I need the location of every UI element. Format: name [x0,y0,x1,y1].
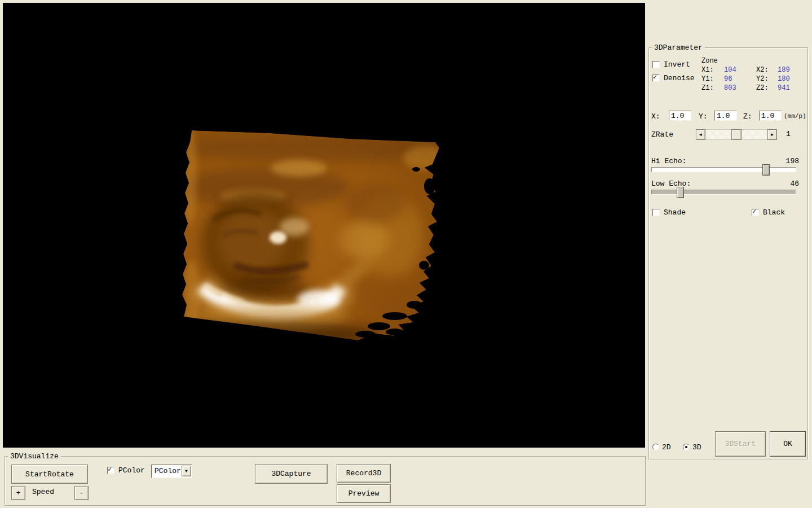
scale-z-input[interactable] [759,111,782,121]
zone-z1-label: Z1: [701,84,714,92]
zone-y1-value: 96 [724,75,732,83]
mode-2d-label: 2D [662,443,671,452]
zone-y2-value: 180 [778,75,790,83]
pcolor-label: PColor [118,466,145,475]
3dcapture-button[interactable]: 3DCapture [255,464,328,484]
zone-x2-value: 189 [778,66,790,74]
low-echo-label: Low Echo: [651,179,691,188]
mode-3d-label: 3D [692,443,701,452]
scale-y-label: Y: [699,112,708,121]
low-echo-slider-thumb[interactable] [677,187,684,198]
zone-z2-label: Z2: [756,84,769,92]
shade-label: Shade [664,208,686,217]
radio-dot [685,446,687,448]
start-rotate-button[interactable]: StartRotate [11,465,88,484]
ok-button[interactable]: OK [770,431,806,457]
record3d-button[interactable]: Record3D [337,464,391,483]
hi-echo-label: Hi Echo: [651,157,686,165]
arrow-left-icon: ◄ [699,133,702,137]
black-label: Black [763,208,785,217]
zone-title: Zone [701,57,718,65]
check-icon: ✓ [653,73,657,81]
render-viewport[interactable] [3,3,645,448]
zrate-scroll-thumb[interactable] [731,129,742,140]
scale-x-label: X: [651,112,660,121]
zone-y2-label: Y2: [756,75,769,83]
hi-echo-slider-track[interactable] [651,167,796,172]
preview-button[interactable]: Preview [337,484,391,503]
scale-unit-label: (mm/p) [784,112,806,121]
invert-checkbox[interactable] [652,61,660,68]
scale-y-input[interactable] [714,111,737,121]
parameter-groupbox-title: 3DParameter [652,43,705,52]
check-icon: ✓ [752,208,756,216]
zone-z2-value: 941 [778,84,790,92]
denoise-label: Denoise [664,74,695,82]
invert-label: Invert [664,60,690,69]
hi-echo-slider-thumb[interactable] [762,164,770,176]
low-echo-value: 46 [781,179,799,188]
black-checkbox[interactable]: ✓ [752,209,759,216]
chevron-down-icon: ▼ [185,469,188,474]
parameter-groupbox: 3DParameter [648,47,808,459]
speed-minus-button[interactable]: - [74,486,89,500]
zrate-scroll-right-button[interactable]: ► [767,129,777,140]
zrate-scroll-left-button[interactable]: ◄ [696,129,705,140]
zone-z1-value: 803 [724,84,736,92]
zrate-value: 1 [786,130,791,138]
low-echo-slider-track[interactable] [651,190,796,195]
hi-echo-value: 198 [781,157,799,165]
scale-x-input[interactable] [669,111,691,121]
mode-2d-radio[interactable] [652,444,659,450]
visualize-groupbox-title: 3DVisualize [8,452,61,461]
shade-checkbox[interactable] [652,209,660,216]
zrate-label: ZRate [651,130,673,139]
speed-label: Speed [32,488,54,496]
zone-x1-value: 104 [724,66,736,74]
zrate-scrollbar: ◄ ► [696,129,777,140]
ultrasound-volume-render [3,3,645,448]
pcolor-dropdown[interactable]: PColor ▼ [151,465,192,478]
pcolor-dropdown-button[interactable]: ▼ [182,466,191,476]
arrow-right-icon: ► [771,133,774,137]
mode-3d-radio[interactable] [683,444,690,450]
zone-y1-label: Y1: [701,75,714,83]
pcolor-checkbox[interactable]: ✓ [107,467,114,474]
zone-x1-label: X1: [701,66,714,74]
speed-plus-button[interactable]: + [11,486,25,500]
scale-z-label: Z: [743,112,752,121]
3dstart-button[interactable]: 3DStart [715,431,766,457]
denoise-checkbox[interactable]: ✓ [652,75,660,82]
check-icon: ✓ [108,466,112,474]
zone-x2-label: X2: [756,66,769,74]
